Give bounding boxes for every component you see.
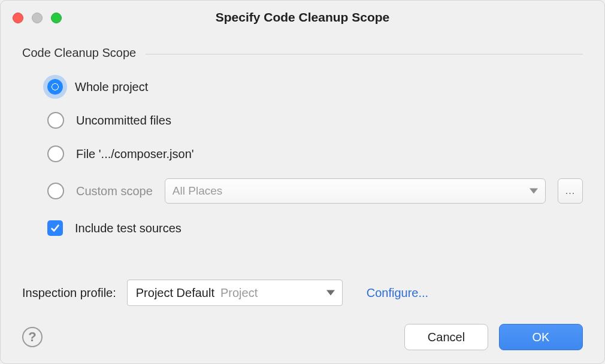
dialog-content: Code Cleanup Scope Whole project Uncommi… xyxy=(22,46,583,350)
option-file[interactable]: File '.../composer.json' xyxy=(47,145,583,163)
custom-scope-browse-button[interactable]: ... xyxy=(558,178,583,204)
option-whole-project[interactable]: Whole project xyxy=(47,78,583,96)
option-custom-scope[interactable]: Custom scope All Places ... xyxy=(47,178,583,204)
ellipsis-icon: ... xyxy=(565,186,575,196)
profile-name: Project Default xyxy=(136,286,214,300)
section-title: Code Cleanup Scope xyxy=(22,46,136,60)
radio-custom-scope[interactable] xyxy=(47,183,64,199)
option-uncommitted-files[interactable]: Uncommitted files xyxy=(47,111,583,129)
ok-button[interactable]: OK xyxy=(499,324,583,350)
cancel-button[interactable]: Cancel xyxy=(404,324,488,350)
option-label: File '.../composer.json' xyxy=(76,147,194,161)
chevron-down-icon xyxy=(326,290,335,296)
radio-uncommitted-files[interactable] xyxy=(47,112,64,129)
dropdown-value: All Places xyxy=(173,184,222,198)
option-label: Uncommitted files xyxy=(76,114,171,128)
inspection-profile-label: Inspection profile: xyxy=(22,286,116,300)
inspection-profile-dropdown[interactable]: Project Default Project xyxy=(127,280,343,306)
section-header: Code Cleanup Scope xyxy=(22,46,583,60)
dialog-window: Specify Code Cleanup Scope Code Cleanup … xyxy=(0,0,605,364)
option-label: Custom scope xyxy=(76,184,153,198)
inspection-profile-row: Inspection profile: Project Default Proj… xyxy=(22,280,583,306)
option-label: Whole project xyxy=(75,80,148,94)
custom-scope-dropdown[interactable]: All Places xyxy=(165,178,546,204)
dialog-footer: ? Cancel OK xyxy=(22,324,583,350)
radio-file[interactable] xyxy=(47,145,64,162)
option-label: Include test sources xyxy=(75,222,182,235)
radio-whole-project[interactable] xyxy=(47,79,63,95)
section-rule xyxy=(146,54,583,54)
option-include-tests[interactable]: Include test sources xyxy=(47,219,583,237)
checkbox-include-tests[interactable] xyxy=(47,220,63,236)
dialog-title: Specify Code Cleanup Scope xyxy=(1,10,604,25)
configure-link[interactable]: Configure... xyxy=(367,286,428,300)
chevron-down-icon xyxy=(530,189,538,194)
help-button[interactable]: ? xyxy=(22,327,43,347)
check-icon xyxy=(50,223,60,233)
help-icon: ? xyxy=(28,329,36,345)
profile-scope: Project xyxy=(220,286,258,300)
